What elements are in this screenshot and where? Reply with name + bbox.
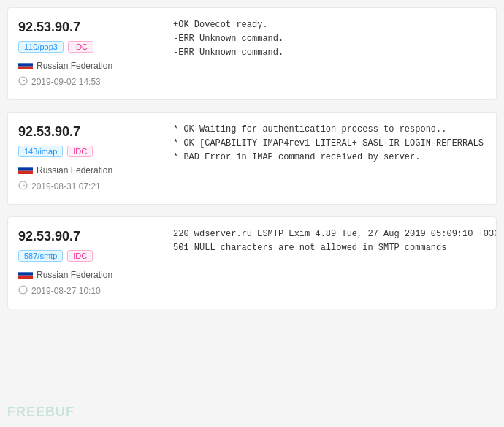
idc-tag-1[interactable]: IDC bbox=[67, 146, 93, 157]
log-content-0: +OK Dovecot ready. -ERR Unknown command.… bbox=[173, 18, 484, 61]
card-0: 92.53.90.7110/pop3IDC Russian Federation… bbox=[7, 7, 497, 100]
card-right-2: 220 wdserver.ru ESMTP Exim 4.89 Tue, 27 … bbox=[161, 217, 496, 309]
svg-rect-8 bbox=[18, 171, 33, 174]
svg-rect-12 bbox=[18, 269, 33, 272]
country-name-1: Russian Federation bbox=[37, 165, 112, 175]
card-1: 92.53.90.7143/imapIDC Russian Federation… bbox=[7, 112, 497, 205]
ip-address-1: 92.53.90.7 bbox=[18, 124, 150, 140]
svg-rect-6 bbox=[18, 165, 33, 167]
date-row-0: 2019-09-02 14:53 bbox=[18, 76, 150, 88]
country-name-2: Russian Federation bbox=[37, 270, 112, 280]
country-row-2: Russian Federation bbox=[18, 269, 150, 281]
country-name-0: Russian Federation bbox=[37, 61, 112, 71]
port-tag-2[interactable]: 587/smtp bbox=[18, 250, 63, 262]
ip-address-0: 92.53.90.7 bbox=[18, 20, 150, 35]
card-right-1: * OK Waiting for authentication process … bbox=[161, 113, 496, 204]
tags-1: 143/imapIDC bbox=[18, 146, 150, 157]
tags-0: 110/pop3IDC bbox=[18, 41, 150, 53]
clock-icon-2 bbox=[18, 285, 28, 297]
svg-rect-1 bbox=[18, 63, 33, 66]
ip-address-2: 92.53.90.7 bbox=[18, 229, 150, 244]
svg-rect-14 bbox=[18, 276, 33, 279]
clock-icon-1 bbox=[18, 181, 28, 192]
log-content-1: * OK Waiting for authentication process … bbox=[173, 123, 484, 165]
svg-rect-0 bbox=[18, 60, 33, 63]
log-content-2: 220 wdserver.ru ESMTP Exim 4.89 Tue, 27 … bbox=[173, 227, 484, 255]
tags-2: 587/smtpIDC bbox=[18, 250, 150, 262]
clock-icon-0 bbox=[18, 76, 28, 88]
svg-rect-2 bbox=[18, 67, 33, 69]
card-left-0: 92.53.90.7110/pop3IDC Russian Federation… bbox=[8, 8, 161, 99]
svg-rect-13 bbox=[18, 272, 33, 275]
country-row-0: Russian Federation bbox=[18, 60, 150, 72]
country-row-1: Russian Federation bbox=[18, 165, 150, 176]
flag-icon-0 bbox=[18, 60, 33, 72]
date-0: 2019-09-02 14:53 bbox=[31, 77, 101, 87]
idc-tag-2[interactable]: IDC bbox=[67, 250, 93, 262]
card-right-0: +OK Dovecot ready. -ERR Unknown command.… bbox=[161, 8, 496, 99]
port-tag-1[interactable]: 143/imap bbox=[18, 146, 63, 157]
port-tag-0[interactable]: 110/pop3 bbox=[18, 41, 64, 53]
card-2: 92.53.90.7587/smtpIDC Russian Federation… bbox=[7, 216, 497, 309]
svg-rect-7 bbox=[18, 167, 33, 170]
flag-icon-1 bbox=[18, 165, 33, 176]
card-left-2: 92.53.90.7587/smtpIDC Russian Federation… bbox=[8, 217, 161, 309]
date-row-2: 2019-08-27 10:10 bbox=[18, 285, 150, 297]
date-row-1: 2019-08-31 07:21 bbox=[18, 181, 150, 192]
idc-tag-0[interactable]: IDC bbox=[68, 41, 93, 53]
scroll-container-1[interactable]: * OK Waiting for authentication process … bbox=[173, 123, 484, 165]
flag-icon-2 bbox=[18, 269, 33, 281]
date-1: 2019-08-31 07:21 bbox=[31, 181, 101, 192]
date-2: 2019-08-27 10:10 bbox=[31, 286, 101, 296]
card-left-1: 92.53.90.7143/imapIDC Russian Federation… bbox=[8, 113, 161, 204]
